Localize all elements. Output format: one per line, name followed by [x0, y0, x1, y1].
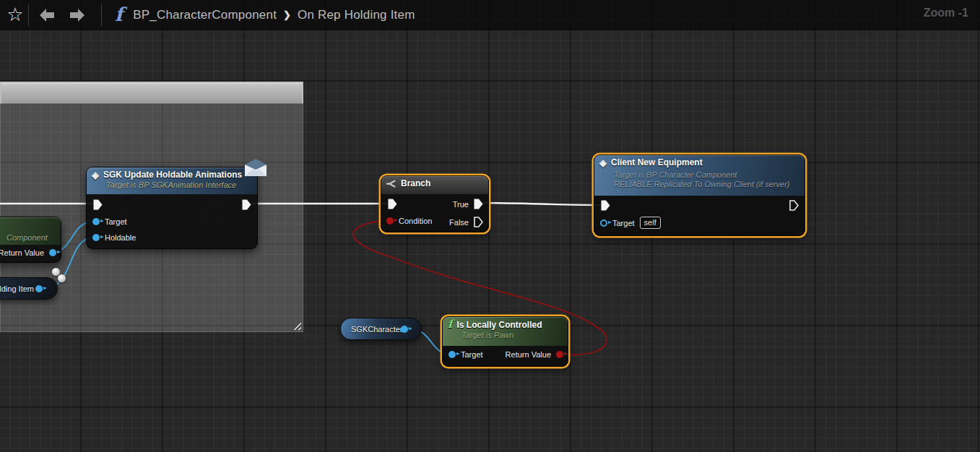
toolbar-divider: [101, 4, 102, 26]
pure-function-icon: f: [448, 319, 452, 330]
interface-message-icon: ◈: [92, 170, 99, 180]
exec-in-pin[interactable]: [388, 199, 397, 209]
function-graph-icon: f: [115, 4, 123, 25]
node-subtitle: Target is BP SGKAnimation Interface: [106, 181, 251, 189]
exec-out-pin[interactable]: [242, 199, 251, 210]
zoom-indicator: Zoom -1: [924, 6, 968, 19]
self-reference-box[interactable]: self: [640, 217, 661, 229]
true-exec-pin[interactable]: [474, 199, 483, 209]
wire-reroute-bubble[interactable]: [58, 274, 66, 282]
node-get-component-partial[interactable]: Component Return Value: [0, 217, 61, 263]
node-subtitle: Target is Pawn: [461, 331, 562, 339]
false-exec-pin[interactable]: [474, 217, 483, 227]
variable-label: Holding Item: [0, 284, 34, 293]
event-diamond-icon: ◈: [599, 158, 607, 168]
node-subtitle: Component: [6, 233, 48, 242]
node-sgkcharacter-getter[interactable]: SGKCharacter: [340, 318, 422, 340]
pin-label: Condition: [399, 217, 432, 225]
node-subtitle-2: RELIABLE Replicated To Owning Client (if…: [614, 180, 799, 188]
holdable-pin[interactable]: [92, 234, 100, 241]
node-title: Branch: [401, 178, 430, 188]
pin-label: True: [453, 200, 469, 209]
sgkcharacter-output-pin[interactable]: [401, 326, 408, 333]
node-branch[interactable]: Branch True Condition False: [381, 175, 489, 232]
branch-condition-icon: [386, 179, 396, 188]
breadcrumb-current[interactable]: On Rep Holding Item: [298, 8, 415, 22]
node-client-new-equipment[interactable]: ◈ Client New Equipment Target is BP Char…: [594, 155, 805, 236]
breadcrumb-chevron-icon: ❯: [283, 9, 291, 20]
pin-label: False: [449, 218, 469, 227]
breadcrumb-root[interactable]: BP_CharacterComponent: [133, 8, 277, 22]
return-value-pin[interactable]: [49, 249, 56, 256]
pin-label: Target: [612, 219, 635, 227]
graph-toolbar: ☆ f BP_CharacterComponent ❯ On Rep Holdi…: [0, 0, 980, 30]
variable-label: SGKCharacter: [351, 325, 403, 334]
pin-label: Target: [105, 217, 127, 226]
pin-label: Return Value: [0, 248, 44, 257]
node-is-locally-controlled[interactable]: f Is Locally Controlled Target is Pawn T…: [442, 316, 568, 367]
condition-pin[interactable]: [386, 217, 394, 225]
pin-label: Return Value: [506, 350, 551, 359]
node-title: Client New Equipment: [611, 157, 703, 168]
node-title: SGK Update Holdable Animations: [103, 170, 242, 180]
exec-out-pin[interactable]: [789, 200, 799, 211]
pin-label: Target: [461, 350, 483, 359]
toolbar-divider: [28, 4, 29, 26]
favorite-star-icon[interactable]: ☆: [5, 4, 25, 26]
pin-label: Holdable: [105, 233, 136, 242]
node-holding-item-getter[interactable]: Holding Item: [0, 277, 58, 300]
blueprint-graph-editor[interactable]: Component Return Value Holding Item ◈ SG…: [0, 0, 980, 452]
node-subtitle: Target is BP Character Component: [614, 170, 799, 179]
exec-in-pin[interactable]: [93, 199, 103, 210]
target-pin[interactable]: [92, 218, 100, 225]
return-value-pin[interactable]: [556, 351, 563, 358]
exec-wire-branch-true-to-client: [480, 203, 601, 205]
message-envelope-icon: [243, 158, 268, 178]
navigate-forward-button[interactable]: [62, 6, 92, 25]
target-self-pin[interactable]: [600, 220, 607, 227]
exec-in-pin[interactable]: [601, 200, 610, 211]
navigate-back-button[interactable]: [32, 6, 62, 25]
holding-item-output-pin[interactable]: [35, 285, 43, 292]
node-sgk-update-holdable-animations[interactable]: ◈ SGK Update Holdable Animations Target …: [86, 167, 258, 249]
target-pin[interactable]: [448, 351, 456, 358]
node-title: Is Locally Controlled: [456, 320, 542, 330]
